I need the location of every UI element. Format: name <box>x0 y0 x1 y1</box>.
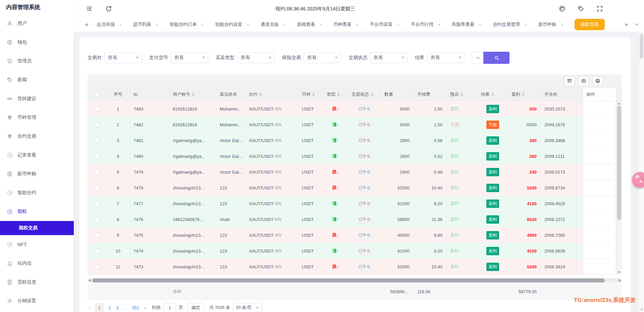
tab-close-icon[interactable]: × <box>479 22 481 27</box>
scroll-left-icon[interactable] <box>89 279 91 282</box>
tab-close-icon[interactable]: × <box>201 22 204 27</box>
sidebar-subitem-期权交易[interactable]: 期权交易 <box>0 221 74 235</box>
tabs-scroll-right-icon[interactable]: » <box>622 21 631 28</box>
tab-提币列表[interactable]: 提币列表× <box>133 21 158 28</box>
tab-close-icon[interactable]: × <box>156 22 158 27</box>
row-checkbox[interactable] <box>94 138 99 143</box>
tab-币种查看[interactable]: 币种查看× <box>333 21 359 28</box>
header-类型[interactable]: 类型 <box>323 88 348 101</box>
tab-close-icon[interactable]: × <box>561 22 564 27</box>
filter-select-交易对[interactable]: 所有 <box>104 52 142 63</box>
filter-select-买卖类型[interactable]: 所有 <box>237 52 275 63</box>
sidebar-item-站内信[interactable]: 站内信 <box>0 254 74 273</box>
tab-close-icon[interactable]: × <box>319 22 322 27</box>
header-预设[interactable]: 预设 <box>447 88 478 101</box>
sidebar-item-期权[interactable]: 期权 <box>0 202 74 221</box>
tab-通道充值[interactable]: 通道充值× <box>261 21 286 28</box>
search-button[interactable] <box>483 52 509 64</box>
page-scroll-down-icon[interactable] <box>640 309 643 311</box>
page-size-select[interactable]: 20 条/页 <box>233 303 262 312</box>
header-用户账号[interactable]: 用户账号 <box>169 88 216 101</box>
scroll-down-icon[interactable] <box>618 271 621 273</box>
filter-select-交易状态[interactable]: 所有 <box>370 52 408 63</box>
page-number-352[interactable]: 352 <box>131 305 140 310</box>
sort-carets-icon[interactable] <box>337 92 340 96</box>
table-vertical-scrollbar[interactable] <box>616 101 622 275</box>
row-checkbox[interactable] <box>94 154 99 159</box>
tab-新闻查看[interactable]: 新闻查看× <box>297 21 322 28</box>
row-checkbox[interactable] <box>94 249 99 254</box>
tab-close-icon[interactable]: × <box>524 22 527 27</box>
scroll-right-icon[interactable] <box>619 279 621 282</box>
filter-select-结果[interactable]: 所有 <box>427 52 465 63</box>
palette-icon[interactable] <box>559 5 566 12</box>
prev-page-icon[interactable]: ‹ <box>88 305 92 311</box>
sidebar-item-投拆建议[interactable]: 投拆建议 <box>0 89 74 108</box>
sidebar-item-分销设置[interactable]: 分销设置 <box>0 292 74 310</box>
tab-close-icon[interactable]: × <box>397 22 399 27</box>
row-checkbox[interactable] <box>94 233 99 238</box>
tab-平台币行情[interactable]: 平台币行情× <box>411 21 440 28</box>
row-checkbox[interactable] <box>94 122 99 127</box>
tab-新币申购[interactable]: 新币申购× <box>538 21 564 28</box>
tab-智能合约设置[interactable]: 智能合约设置× <box>215 21 249 28</box>
header-币种[interactable]: 币种 <box>299 88 323 101</box>
sort-carets-icon[interactable] <box>461 92 463 96</box>
page-number-3[interactable]: 3 <box>115 305 119 310</box>
sort-carets-icon[interactable] <box>259 92 262 96</box>
columns-icon[interactable] <box>564 76 575 86</box>
sidebar-item-合约交易[interactable]: 合约交易 <box>0 127 74 146</box>
row-checkbox[interactable] <box>94 106 99 112</box>
horizontal-scroll-thumb[interactable] <box>92 278 605 282</box>
header-结果[interactable]: 结果 <box>478 88 508 101</box>
header-交易状态[interactable]: 交易状态 <box>348 88 381 101</box>
tab-会员等级[interactable]: 会员等级× <box>97 21 122 28</box>
sort-carets-icon[interactable] <box>312 92 315 96</box>
sort-carets-icon[interactable] <box>522 92 525 96</box>
row-checkbox[interactable] <box>94 217 99 222</box>
tab-平台币设置[interactable]: 平台币设置× <box>370 21 399 28</box>
fullscreen-icon[interactable] <box>596 5 603 12</box>
sidebar-item-新币申购[interactable]: 新币申购 <box>0 165 74 183</box>
page-number-2[interactable]: 2 <box>107 305 112 310</box>
tab-close-icon[interactable]: × <box>283 22 286 27</box>
tab-close-icon[interactable]: × <box>247 22 249 27</box>
filter-collapse-button[interactable] <box>472 52 483 64</box>
sidebar-item-贷款信息[interactable]: 贷款信息 <box>0 273 74 292</box>
tab-风险率查看[interactable]: 风险率查看× <box>452 21 481 28</box>
tab-期权交易[interactable]: 期权交易 <box>575 19 605 30</box>
export-icon[interactable] <box>578 76 589 86</box>
filter-select-支付货币[interactable]: 所有 <box>171 52 208 63</box>
tab-合约交易管理[interactable]: 合约交易管理× <box>493 21 527 28</box>
sidebar-item-钱包[interactable]: 钱包 <box>0 33 74 52</box>
sidebar-item-管理员[interactable]: 管理员 <box>0 52 74 71</box>
sort-carets-icon[interactable] <box>192 92 195 96</box>
header-盈利[interactable]: 盈利 <box>508 88 541 101</box>
confirm-page-button[interactable]: 确定 <box>188 303 204 312</box>
tag-icon[interactable] <box>578 5 584 12</box>
tab-智能合约订单[interactable]: 智能合约订单× <box>170 21 204 28</box>
page-number-1[interactable]: 1 <box>95 303 104 312</box>
print-icon[interactable] <box>592 76 603 86</box>
select-all-checkbox[interactable] <box>94 92 99 97</box>
sidebar-item-币种管理[interactable]: 币种管理 <box>0 108 74 127</box>
tabs-scroll-left-icon[interactable]: « <box>83 21 91 28</box>
header-合约[interactable]: 合约 <box>246 88 299 101</box>
sidebar-item-新闻[interactable]: 新闻 <box>0 71 74 89</box>
sidebar-item-智能合约[interactable]: 智能合约 <box>0 183 74 202</box>
tabs-menu-chevron-down-icon[interactable] <box>634 22 639 27</box>
vertical-scroll-thumb[interactable] <box>617 106 621 220</box>
row-checkbox[interactable] <box>94 201 99 206</box>
sort-carets-icon[interactable] <box>371 92 373 96</box>
sidebar-item-NFT[interactable]: NFT <box>0 235 74 254</box>
row-checkbox[interactable] <box>94 185 99 190</box>
row-checkbox[interactable] <box>94 264 99 269</box>
goto-page-input[interactable] <box>163 303 176 312</box>
filter-select-保险交易[interactable]: 所有 <box>304 52 341 63</box>
sidebar-item-记录查看[interactable]: 记录查看 <box>0 146 74 165</box>
scroll-up-icon[interactable] <box>618 102 621 104</box>
tab-close-icon[interactable]: × <box>438 22 440 27</box>
row-checkbox[interactable] <box>94 170 99 175</box>
next-page-icon[interactable]: › <box>143 305 147 311</box>
page-scroll-thumb[interactable] <box>640 35 643 59</box>
